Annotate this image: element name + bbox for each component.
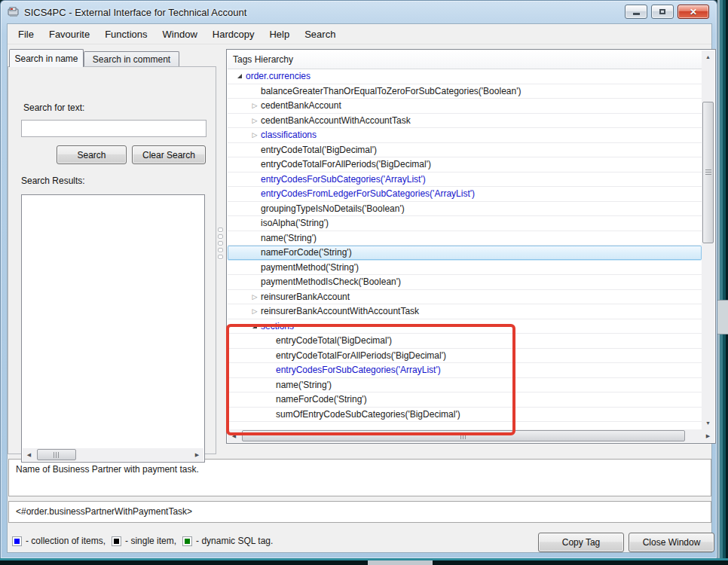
no-expander	[249, 84, 261, 99]
tree-node[interactable]: entryCodeTotal('BigDecimal')	[228, 334, 702, 349]
search-button[interactable]: Search	[57, 145, 127, 164]
clear-search-button[interactable]: Clear Search	[132, 145, 206, 164]
legend-swatch-icon	[182, 536, 192, 546]
scrollbar-thumb[interactable]	[37, 449, 76, 460]
legend-label: - single item,	[125, 536, 176, 546]
background-window-scrollbar-fragment	[716, 300, 728, 334]
menu-item-help[interactable]: Help	[262, 24, 297, 44]
tree-node[interactable]: order.currencies	[228, 69, 702, 84]
no-expander	[249, 261, 261, 275]
tree-node[interactable]: entryCodesForSubCategories('ArrayList')	[228, 363, 702, 378]
tree-node[interactable]: nameForCode('String')	[228, 246, 702, 261]
tree-node[interactable]: cedentBankAccount	[228, 99, 702, 114]
menu-item-favourite[interactable]: Favourite	[41, 24, 97, 44]
tree-indent	[234, 90, 249, 91]
tree-vertical-scrollbar[interactable]: ▲ ▼	[702, 50, 714, 429]
tree-node[interactable]: isoAlpha('String')	[228, 216, 702, 231]
tree-node[interactable]: entryCodesForSubCategories('ArrayList')	[228, 173, 702, 188]
tree-expanded-icon[interactable]	[249, 319, 261, 334]
close-window-button[interactable]: Close Window	[629, 533, 714, 552]
panel-splitter[interactable]	[218, 228, 225, 259]
restore-button[interactable]	[651, 5, 674, 19]
tree-node[interactable]: reinsurerBankAccountWithAccountTask	[228, 304, 702, 319]
tree-collapsed-icon[interactable]	[249, 290, 261, 304]
search-input[interactable]	[21, 120, 206, 137]
scroll-left-icon[interactable]: ◀	[23, 448, 35, 461]
screen: SICS4PC - External Interface for Technic…	[0, 0, 728, 565]
scroll-right-icon[interactable]: ▶	[702, 429, 714, 442]
tree-node[interactable]: reinsurerBankAccount	[228, 290, 702, 305]
tab-search-in-name[interactable]: Search in name	[9, 49, 84, 67]
tree-node[interactable]: name('String')	[228, 378, 702, 393]
tree-collapsed-icon[interactable]	[249, 99, 261, 113]
tree-horizontal-scrollbar[interactable]: ◀ ▶	[228, 429, 714, 442]
splitter-dot-icon	[218, 228, 223, 232]
legend-label: - dynamic SQL tag.	[196, 536, 273, 546]
app-icon	[8, 6, 20, 18]
tree-indent	[234, 208, 249, 209]
tree-node[interactable]: sumOfEntryCodeSubCategories('BigDecimal'…	[228, 408, 702, 423]
tree-indent	[234, 296, 249, 297]
close-button[interactable]: ✕	[678, 5, 709, 19]
search-results-listbox[interactable]: ◀ ▶	[21, 194, 205, 463]
tree-expanded-icon[interactable]	[234, 69, 246, 84]
no-expander	[264, 349, 276, 363]
no-expander	[249, 187, 261, 201]
results-horizontal-scrollbar[interactable]: ◀ ▶	[23, 448, 203, 461]
tree-node[interactable]: paymentMethodIsCheck('Boolean')	[228, 275, 702, 290]
tree-node-label: isoAlpha('String')	[261, 218, 329, 228]
scrollbar-thumb[interactable]	[242, 430, 685, 441]
tree-rows: order.currenciesbalanceGreaterThanOrEqua…	[228, 69, 702, 429]
scrollbar-grip-icon	[460, 433, 467, 439]
menu-item-window[interactable]: Window	[155, 24, 205, 44]
tree-node-label: cedentBankAccountWithAccountTask	[261, 115, 411, 126]
tree-node[interactable]: entryCodeTotal('BigDecimal')	[228, 143, 702, 158]
tree-node[interactable]: sections	[228, 319, 702, 334]
tree-node[interactable]: balanceGreaterThanOrEqualToZeroForSubCat…	[228, 84, 702, 99]
tree-collapsed-icon[interactable]	[249, 304, 261, 319]
copy-tag-button[interactable]: Copy Tag	[538, 533, 624, 552]
background-window-bottom-edge	[0, 558, 728, 565]
tree-node-label: entryCodeTotal('BigDecimal')	[276, 335, 392, 346]
tree-node[interactable]: groupingTypeIsNoDetails('Boolean')	[228, 202, 702, 217]
scroll-up-icon[interactable]: ▲	[702, 50, 714, 63]
tree-node[interactable]: paymentMethod('String')	[228, 261, 702, 276]
tree-node[interactable]: name('String')	[228, 231, 702, 246]
menu-item-hardcopy[interactable]: Hardcopy	[205, 24, 262, 44]
tree-indent	[234, 414, 264, 414]
tree-collapsed-icon[interactable]	[249, 114, 261, 128]
tree-node[interactable]: entryCodesFromLedgerForSubCategories('Ar…	[228, 187, 702, 202]
tree-node[interactable]: classifications	[228, 128, 702, 143]
no-expander	[249, 246, 261, 260]
legend-item: - single item,	[112, 536, 176, 546]
tree-indent	[234, 325, 249, 326]
menu-item-file[interactable]: File	[11, 24, 41, 44]
tree-indent	[234, 164, 249, 165]
tree-indent	[234, 105, 249, 106]
tree-node[interactable]: cedentBankAccountWithAccountTask	[228, 114, 702, 129]
menu-item-search[interactable]: Search	[297, 24, 343, 44]
tree-node[interactable]: entryCodeTotalForAllPeriods('BigDecimal'…	[228, 157, 702, 173]
no-expander	[264, 363, 276, 377]
tree-node-label: reinsurerBankAccountWithAccountTask	[261, 306, 419, 316]
tree-indent	[234, 267, 249, 267]
tab-search-in-comment[interactable]: Search in comment	[84, 51, 179, 67]
minimize-button[interactable]	[625, 5, 647, 19]
title-bar[interactable]: SICS4PC - External Interface for Technic…	[1, 1, 717, 23]
scroll-left-icon[interactable]: ◀	[228, 429, 240, 442]
tree-node[interactable]: nameForCode('String')	[228, 392, 702, 408]
no-expander	[264, 378, 276, 392]
menu-item-functions[interactable]: Functions	[97, 24, 154, 44]
search-results-label: Search Results:	[21, 176, 85, 186]
window-controls: ✕	[625, 5, 709, 19]
tree-node[interactable]: entryCodeTotalForAllPeriods('BigDecimal'…	[228, 349, 702, 364]
scroll-right-icon[interactable]: ▶	[191, 448, 203, 461]
scrollbar-thumb[interactable]	[702, 102, 714, 243]
no-expander	[249, 173, 261, 187]
scroll-down-icon[interactable]: ▼	[702, 417, 714, 429]
tag-description-panel: Name of Business Partner with payment ta…	[8, 459, 711, 496]
tags-hierarchy-header[interactable]: Tags Hierarchy	[228, 50, 702, 69]
tree-collapsed-icon[interactable]	[249, 128, 261, 142]
splitter-dot-icon	[218, 248, 223, 252]
no-expander	[249, 202, 261, 216]
